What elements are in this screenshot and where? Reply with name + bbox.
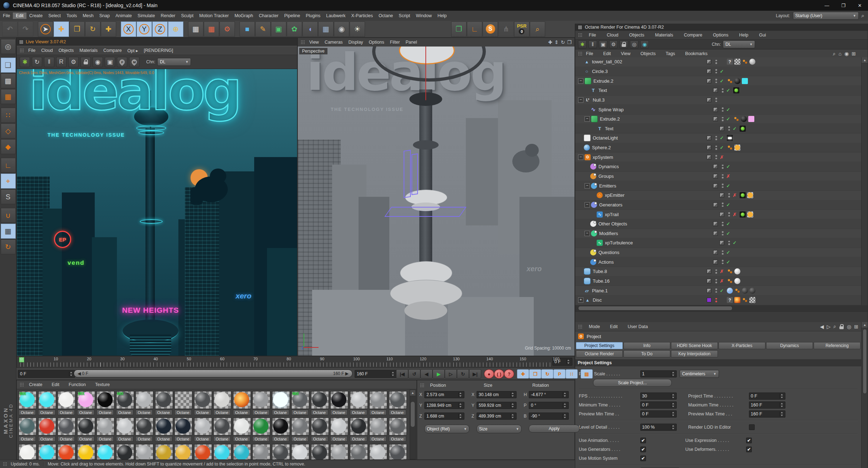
viewport-canvas[interactable]: Perspective idealog THE TECHNOLOGY ISSUE xyxy=(298,47,574,356)
material-thumbnail[interactable]: Octane xyxy=(194,391,212,415)
psr-keyframe-button[interactable]: PSR0 xyxy=(514,21,529,37)
magnet-snap-button[interactable]: ∪ xyxy=(1,208,16,223)
material-preview[interactable] xyxy=(252,418,270,435)
tex-cyan-tag-icon[interactable] xyxy=(742,78,748,84)
menu-create[interactable]: Create xyxy=(26,13,46,19)
menu-rendering[interactable]: [RENDERING] xyxy=(141,47,176,54)
pause-render-icon[interactable]: ‖ xyxy=(588,40,597,48)
material-thumbnail[interactable]: Octane xyxy=(350,444,368,460)
search-icon[interactable]: ⌕ xyxy=(833,51,836,57)
menu-materials[interactable]: Materials xyxy=(652,32,676,38)
visibility-dots[interactable] xyxy=(715,98,717,102)
visibility-dots[interactable] xyxy=(722,222,724,226)
scroll-up-icon[interactable]: ▲ xyxy=(862,322,868,328)
menu-mograph[interactable]: MoGraph xyxy=(232,13,256,19)
menu-opt[interactable]: Opt ▸ xyxy=(124,47,141,54)
tex-pink-tag-icon[interactable] xyxy=(748,116,754,122)
enable-toggle[interactable]: ✓ xyxy=(726,183,732,189)
material-thumbnail[interactable]: Octane xyxy=(330,391,348,415)
material-thumbnail[interactable]: Octane xyxy=(38,391,56,415)
material-preview[interactable] xyxy=(135,418,153,435)
enable-toggle[interactable]: ✗ xyxy=(720,269,726,274)
material-thumbnail[interactable]: Octane xyxy=(116,418,134,442)
object-row-tube-16[interactable]: Tube.16✗ xyxy=(575,277,861,286)
render-lod-checkbox[interactable] xyxy=(749,424,755,430)
material-preview[interactable] xyxy=(58,418,75,435)
visibility-dots[interactable] xyxy=(728,241,730,245)
material-thumbnail[interactable]: Octane xyxy=(77,418,95,442)
material-thumbnail[interactable]: Octane xyxy=(38,444,56,460)
workplane-refresh-button[interactable]: ↻ xyxy=(1,239,16,254)
scroll-up-icon[interactable]: ▲ xyxy=(862,57,868,63)
position-z-input[interactable]: 1.688 cm xyxy=(424,413,464,420)
object-row-sphere-2[interactable]: Sphere.2✓ xyxy=(575,143,861,153)
material-thumbnail[interactable]: Octane xyxy=(252,391,270,415)
record-keyframe-button[interactable]: ● xyxy=(484,369,494,379)
enable-toggle[interactable]: ✗ xyxy=(720,278,726,284)
channel-combo[interactable]: DL▼ xyxy=(723,40,755,48)
visibility-dots[interactable] xyxy=(728,126,730,131)
materials-scrollbar[interactable]: ▲ xyxy=(410,390,416,459)
enable-toggle[interactable]: ✓ xyxy=(726,259,732,265)
menu-compare[interactable]: Compare xyxy=(681,32,705,38)
region-render-icon[interactable]: ▣ xyxy=(599,40,607,48)
material-thumbnail[interactable]: Octane xyxy=(272,444,290,460)
snap-toggle-button[interactable]: S xyxy=(483,21,498,37)
checker-tag-icon[interactable] xyxy=(734,59,740,65)
rotate-tool[interactable]: ↻ xyxy=(85,21,100,37)
material-preview[interactable] xyxy=(194,444,212,460)
material-thumbnail[interactable]: Octane xyxy=(97,391,114,415)
menu-cloud[interactable]: Cloud xyxy=(38,47,56,54)
object-row-groups[interactable]: Groups✗ xyxy=(575,172,861,181)
tex-orange-tag-icon[interactable] xyxy=(747,211,753,218)
material-thumbnail[interactable]: Octane xyxy=(97,418,114,442)
material-thumbnail[interactable]: Octane xyxy=(194,444,212,460)
panel-grip[interactable] xyxy=(20,382,24,387)
layer-swatch[interactable] xyxy=(707,145,711,150)
menu-mesh[interactable]: Mesh xyxy=(80,13,97,19)
enable-toggle[interactable]: ✓ xyxy=(726,202,732,208)
tab-key-interpolation[interactable]: Key Interpolation xyxy=(671,350,718,357)
preview-max-time-input[interactable]: 160 F xyxy=(749,410,785,418)
visibility-dots[interactable] xyxy=(715,288,717,293)
enable-axis-button[interactable]: ∟ xyxy=(1,158,16,173)
enable-toggle[interactable]: ✓ xyxy=(720,78,726,84)
history-back-icon[interactable]: ◀ xyxy=(820,324,824,330)
fps-input[interactable]: 30 xyxy=(640,393,677,400)
layer-swatch[interactable] xyxy=(720,193,724,198)
menu-user-data[interactable]: User Data xyxy=(625,323,651,330)
visibility-dots[interactable] xyxy=(715,269,717,274)
keyframe-selection-button[interactable]: ? xyxy=(504,369,514,379)
lock-workplane-button[interactable]: ▦ xyxy=(1,224,16,239)
visibility-dots[interactable] xyxy=(715,79,717,83)
material-preview[interactable] xyxy=(194,418,212,435)
enable-toggle[interactable]: ✓ xyxy=(726,164,732,169)
toggle-view-icon[interactable]: ❐ xyxy=(567,39,572,45)
lock-icon[interactable] xyxy=(80,57,91,67)
add-generator-button[interactable]: ▣ xyxy=(271,21,286,37)
material-preview[interactable] xyxy=(135,391,153,409)
current-frame-spinner[interactable]: 0 F xyxy=(18,370,75,378)
expand-toggle-icon[interactable]: − xyxy=(578,97,583,103)
material-thumbnail[interactable]: Octane xyxy=(330,444,348,460)
dots-tag-icon[interactable] xyxy=(727,268,733,274)
render-settings-icon[interactable]: ⚙ xyxy=(68,57,79,67)
material-preview[interactable] xyxy=(369,418,387,435)
material-thumbnail[interactable]: Octane xyxy=(350,391,368,415)
material-preview[interactable] xyxy=(252,391,270,409)
material-thumbnail[interactable]: Octane xyxy=(311,418,329,442)
play-button[interactable]: ▶ xyxy=(433,369,445,379)
menu-cloud[interactable]: Cloud xyxy=(604,32,621,38)
rotation-h-input[interactable]: -4.677 ° xyxy=(529,391,569,398)
material-preview[interactable] xyxy=(116,418,134,435)
layer-swatch[interactable] xyxy=(713,231,718,236)
enable-toggle[interactable]: ✓ xyxy=(720,135,726,141)
enable-toggle[interactable]: ✗ xyxy=(720,155,726,160)
visibility-dots[interactable] xyxy=(722,165,724,169)
material-preview[interactable] xyxy=(19,444,36,460)
menu-cameras[interactable]: Cameras xyxy=(322,39,346,45)
visibility-dots[interactable] xyxy=(722,231,724,235)
material-thumbnail[interactable]: Octane xyxy=(369,444,387,460)
target-icon[interactable]: ◎ xyxy=(847,324,851,330)
visibility-dots[interactable] xyxy=(722,184,724,188)
